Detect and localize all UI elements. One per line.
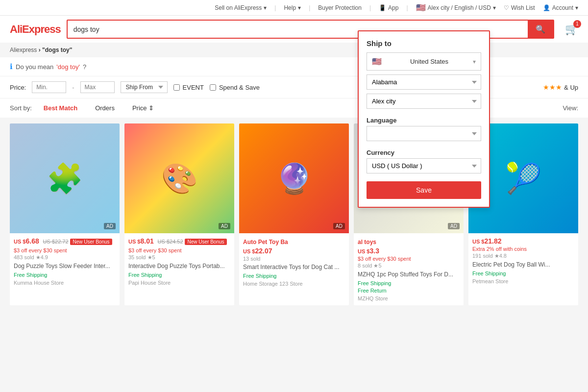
currency-section-label: Currency <box>367 149 481 156</box>
sep1: | <box>274 4 276 11</box>
product-sold: 191 sold ★4.8 <box>472 253 574 259</box>
filters-bar: Price: - Ship From EVENT Spend & Save ★★… <box>0 76 588 98</box>
heart-icon: ♡ <box>504 4 509 11</box>
spend-save-filter: Spend & Save <box>210 84 260 91</box>
help-chevron: ▾ <box>298 4 301 11</box>
breadcrumb-separator: › <box>39 47 42 53</box>
sep2: | <box>309 4 310 11</box>
product-heading: Auto Pet Toy Ba <box>243 239 345 245</box>
sort-orders[interactable]: Orders <box>89 102 121 114</box>
product-badge: New User Bonus <box>185 239 226 245</box>
sort-bar: Sort by: Best Match Orders Price ⇕ View: <box>0 98 588 118</box>
ad-badge: AD <box>219 223 230 229</box>
save-ship-to-button[interactable]: Save <box>367 181 481 199</box>
product-discount: $3 off every $30 spent <box>358 256 460 262</box>
product-title: Smart Interactive Toys for Dog Cat ... <box>243 263 345 271</box>
city-selector[interactable]: Alex city <box>367 94 481 109</box>
sort-label: Sort by: <box>10 104 32 112</box>
help-menu[interactable]: Help ▾ <box>284 4 301 11</box>
ship-to-dropdown: Ship to 🇺🇸 United States ▾ Alabama Alex … <box>358 30 490 208</box>
product-title: Dog Puzzle Toys Slow Feeder Inter... <box>14 262 116 270</box>
store-name[interactable]: Petmean Store <box>472 278 574 284</box>
breadcrumb-home[interactable]: Aliexpress <box>10 47 37 53</box>
free-return: Free Return <box>358 288 460 294</box>
price-min-input[interactable] <box>32 81 66 93</box>
state-selector[interactable]: Alabama <box>367 74 481 90</box>
product-shipping: Free Shipping <box>128 272 230 278</box>
breadcrumb: Aliexpress › "dogs toy" <box>0 43 588 57</box>
search-button[interactable]: 🔍 <box>528 21 553 38</box>
product-title: Electric Pet Dog Toy Ball Wi... <box>472 261 574 269</box>
country-flag-icon: 🇺🇸 <box>372 57 382 66</box>
product-shipping: Free Shipping <box>472 270 574 276</box>
account-chevron: ▾ <box>575 4 578 11</box>
product-image: 🎨 AD <box>124 123 234 233</box>
app-link[interactable]: 📱 App <box>379 4 398 11</box>
spend-save-label: Spend & Save <box>219 84 260 91</box>
account-icon: 👤 <box>543 4 550 11</box>
currency-selector[interactable]: USD ( US Dollar ) <box>367 158 481 173</box>
sep3: | <box>369 4 371 11</box>
buyer-protection-label: Buyer Protection <box>318 4 362 11</box>
did-you-mean: ℹ Do you mean 'dog toy' ? <box>0 57 588 76</box>
buyer-protection[interactable]: Buyer Protection <box>318 4 362 11</box>
product-image: 🔮 AD <box>239 123 349 233</box>
wishlist-label: Wish List <box>511 4 535 11</box>
product-sold: 35 sold ★5 <box>128 254 230 261</box>
product-price: US $21.82 <box>472 237 502 245</box>
sep4: | <box>406 4 408 11</box>
price-max-input[interactable] <box>80 81 115 93</box>
language-selector[interactable] <box>367 126 481 141</box>
account-menu[interactable]: 👤 Account ▾ <box>543 4 578 11</box>
spend-save-checkbox[interactable] <box>210 84 216 91</box>
top-nav: Sell on AliExpress ▾ | Help ▾ | Buyer Pr… <box>0 0 588 16</box>
product-sold: 8 sold ★5 <box>358 263 460 269</box>
product-card[interactable]: 🧩 AD US $6.68 US $22.72 New User Bonus $… <box>10 123 120 305</box>
product-badge: New User Bonus <box>70 239 112 245</box>
products-grid: 🧩 AD US $6.68 US $22.72 New User Bonus $… <box>10 123 578 305</box>
suggestion-link[interactable]: 'dog toy' <box>56 63 80 71</box>
product-sold: 483 sold ★4.9 <box>14 254 116 261</box>
price-filter-label: Price: <box>10 84 26 91</box>
info-icon: ℹ <box>10 62 13 71</box>
cart-count: 1 <box>573 20 581 28</box>
view-label: View: <box>563 104 578 112</box>
ship-to-title: Ship to <box>367 39 481 48</box>
product-card[interactable]: 🔮 AD Auto Pet Toy Ba US $22.07 13 sold S… <box>239 123 349 305</box>
product-title: MZHQ 1pc Pop Stuffed Toys For D... <box>358 270 460 279</box>
suggestion-question: ? <box>83 63 86 71</box>
sell-label: Sell on AliExpress <box>215 4 262 11</box>
product-discount: $3 off every $30 spent <box>14 247 116 253</box>
country-label: United States <box>410 58 448 65</box>
sell-on-aliexpress[interactable]: Sell on AliExpress ▾ <box>215 4 267 11</box>
product-shipping: Free Shipping <box>14 272 116 278</box>
sort-best-match[interactable]: Best Match <box>38 102 83 114</box>
event-label: EVENT <box>183 84 204 91</box>
ship-from-select[interactable]: Ship From <box>121 81 168 93</box>
store-name[interactable]: MZHQ Store <box>358 295 460 301</box>
ad-badge: AD <box>333 223 345 229</box>
cart-button[interactable]: 🛒 1 <box>565 23 578 36</box>
product-price: US $3.3 <box>358 247 379 255</box>
wishlist-link[interactable]: ♡ Wish List <box>504 4 535 11</box>
event-filter: EVENT <box>173 84 204 91</box>
product-discount: Extra 2% off with coins <box>472 246 574 252</box>
product-title: Interactive Dog Puzzle Toys Portab... <box>128 262 230 270</box>
store-name[interactable]: Home Storage 123 Store <box>243 281 345 287</box>
sort-price[interactable]: Price ⇕ <box>126 102 160 114</box>
store-name[interactable]: Kumma House Store <box>14 280 116 286</box>
product-info: US $8.01 US $24.52 New User Bonus $3 off… <box>124 233 234 290</box>
header: AliExpress 🔍 🛒 1 Ship to 🇺🇸 United State… <box>0 16 588 43</box>
product-info: Auto Pet Toy Ba US $22.07 13 sold Smart … <box>239 233 349 291</box>
locale-selector[interactable]: 🇺🇸 Alex city / English / USD ▾ <box>416 3 496 12</box>
country-selector[interactable]: 🇺🇸 United States ▾ <box>367 52 481 71</box>
help-label: Help <box>284 4 296 11</box>
product-card[interactable]: 🎨 AD US $8.01 US $24.52 New User Bonus $… <box>124 123 234 305</box>
ad-badge: AD <box>104 223 116 229</box>
store-name[interactable]: Papi House Store <box>128 280 230 286</box>
event-checkbox[interactable] <box>173 84 180 91</box>
stars-up-label: & Up <box>564 84 578 91</box>
product-info: US $6.68 US $22.72 New User Bonus $3 off… <box>10 233 120 290</box>
language-label: Language <box>367 117 481 124</box>
country-chevron-icon: ▾ <box>473 58 476 65</box>
